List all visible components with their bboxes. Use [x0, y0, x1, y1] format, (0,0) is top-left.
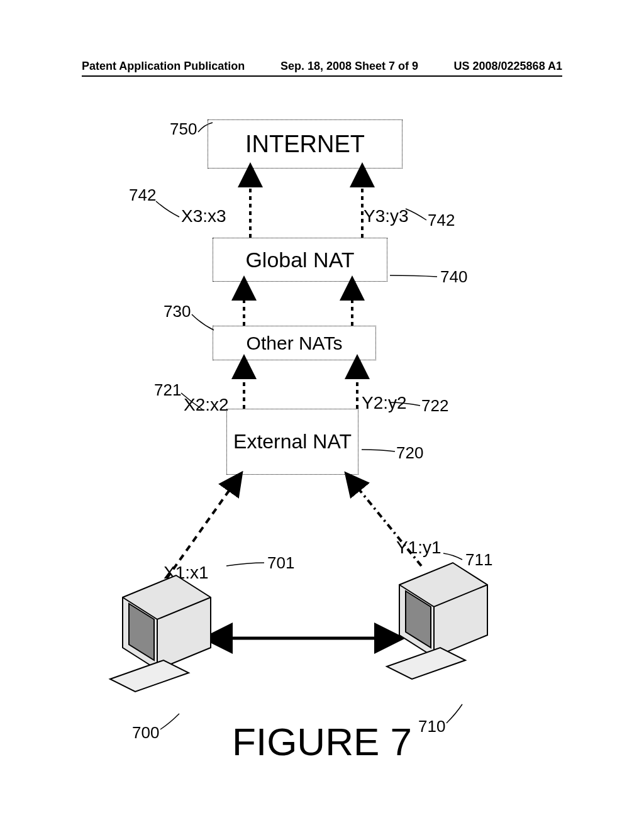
computer-left — [101, 566, 214, 679]
computer-right — [377, 553, 491, 667]
computer-icon — [101, 566, 226, 704]
page-header: Patent Application Publication Sep. 18, … — [0, 60, 644, 73]
svg-line-8 — [167, 481, 236, 578]
diagram: INTERNET Global NAT Other NATs External … — [82, 101, 562, 767]
header-right: US 2008/0225868 A1 — [454, 60, 562, 73]
header-center: Sep. 18, 2008 Sheet 7 of 9 — [280, 60, 418, 73]
figure-title: FIGURE 7 — [82, 719, 562, 764]
computer-icon — [377, 553, 503, 692]
header-left: Patent Application Publication — [82, 60, 245, 73]
header-divider — [82, 75, 562, 77]
